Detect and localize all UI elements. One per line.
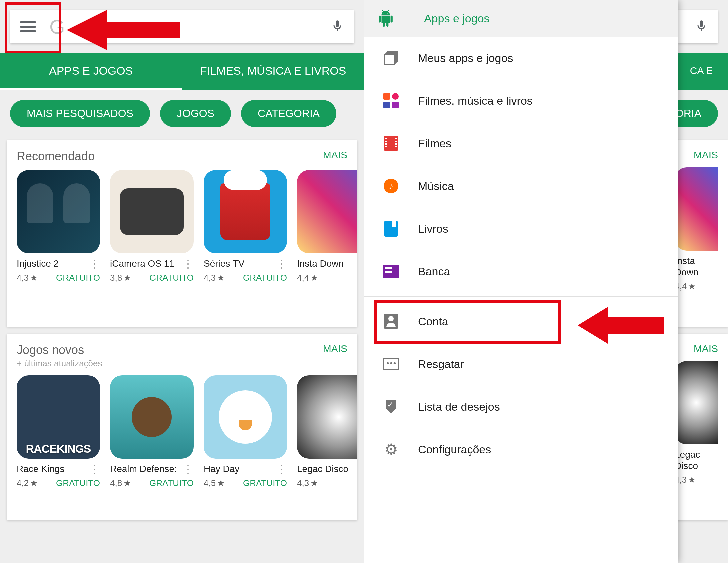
drawer-item-label: Conta [418, 315, 448, 328]
kebab-icon[interactable]: ⋮ [86, 258, 100, 269]
drawer-item-label: Lista de desejos [418, 400, 500, 413]
star-icon: ★ [688, 475, 696, 485]
tab-media[interactable]: FILMES, MÚSICA E LIVROS [182, 53, 364, 90]
app-thumbnail-icon [204, 375, 287, 459]
kebab-icon[interactable]: ⋮ [179, 258, 194, 269]
section-more-link[interactable]: MAIS [694, 149, 718, 161]
app-card[interactable]: Injustice 2⋮ 4,3★GRATUITO [17, 170, 100, 283]
app-name: iCamera OS 11 [110, 258, 174, 269]
app-name: Séries TV [204, 258, 244, 269]
nav-drawer: Apps e jogos Meus apps e jogos Filmes, m… [364, 0, 678, 563]
app-rating: 4,8★ [110, 478, 131, 488]
drawer-item-movies[interactable]: Filmes [364, 122, 678, 165]
section-more-link[interactable]: MAIS [323, 149, 347, 161]
app-thumbnail-icon: RACEKINGS [17, 375, 100, 459]
search-bar[interactable]: G [10, 10, 354, 43]
drawer-header[interactable]: Apps e jogos [364, 0, 678, 37]
app-card[interactable]: Séries TV⋮ 4,3★GRATUITO [204, 170, 287, 283]
gear-icon: ⚙ [383, 441, 399, 458]
star-icon: ★ [123, 273, 131, 283]
drawer-separator [364, 474, 678, 474]
tab-media-partial[interactable]: CA E [675, 53, 728, 90]
drawer-item-music[interactable]: ♪ Música [364, 165, 678, 207]
drawer-item-books[interactable]: Livros [364, 207, 678, 250]
newsstand-icon [383, 263, 399, 280]
app-rating: 4,4★ [675, 281, 696, 292]
kebab-icon[interactable]: ⋮ [179, 463, 194, 475]
section-more-link[interactable]: MAIS [323, 343, 347, 354]
app-card[interactable]: iCamera OS 11⋮ 3,8★GRATUITO [110, 170, 194, 283]
tiles-icon [383, 92, 399, 109]
star-icon: ★ [123, 478, 131, 488]
drawer-item-label: Filmes [418, 137, 451, 150]
app-name: Race Kings [17, 463, 64, 475]
app-name: Injustice 2 [17, 258, 59, 269]
section-more-link[interactable]: MAIS [694, 343, 718, 354]
drawer-item-redeem[interactable]: Resgatar [364, 343, 678, 385]
wishlist-icon [383, 398, 399, 415]
kebab-icon[interactable]: ⋮ [273, 463, 287, 475]
app-thumbnail-icon [110, 375, 194, 459]
tab-apps-games[interactable]: APPS E JOGOS [0, 53, 182, 90]
app-thumbnail-icon [297, 170, 357, 253]
chip-most-searched[interactable]: MAIS PESQUISADOS [10, 100, 150, 127]
section-new-games: Jogos novos + últimas atualizações MAIS … [7, 334, 357, 520]
hamburger-icon[interactable] [20, 19, 36, 35]
filter-chips: MAIS PESQUISADOS JOGOS CATEGORIA [0, 93, 364, 133]
app-name: Realm Defense: [110, 463, 177, 475]
drawer-item-my-apps[interactable]: Meus apps e jogos [364, 37, 678, 79]
drawer-item-settings[interactable]: ⚙ Configurações [364, 428, 678, 471]
chip-partial[interactable]: ATEGORIA [675, 100, 718, 127]
app-card[interactable]: Legac Disco 4,3★ [297, 375, 357, 488]
section-title: Jogos novos [17, 343, 102, 357]
chip-games[interactable]: JOGOS [160, 100, 231, 127]
app-name: Legac Disco [297, 463, 348, 475]
book-icon [383, 220, 399, 237]
google-g-icon: G [49, 15, 65, 38]
app-price: GRATUITO [149, 478, 194, 488]
star-icon: ★ [30, 478, 38, 488]
star-icon: ★ [310, 478, 318, 488]
app-price: GRATUITO [149, 273, 194, 283]
section-subtitle: + últimas atualizações [17, 358, 102, 369]
drawer-item-label: Livros [418, 222, 448, 235]
app-card[interactable]: Realm Defense:⋮ 4,8★GRATUITO [110, 375, 194, 488]
app-thumbnail-icon [110, 170, 194, 253]
app-thumbnail-icon [17, 170, 100, 253]
app-card[interactable]: Hay Day⋮ 4,5★GRATUITO [204, 375, 287, 488]
mic-icon[interactable] [695, 17, 708, 36]
app-rating: 4,3★ [204, 273, 225, 283]
stage: APPS E JOGOS FILMES, MÚSICA E LIVROS G M… [0, 0, 728, 563]
star-icon: ★ [310, 273, 318, 283]
app-thumbnail-icon [204, 170, 287, 253]
app-row: RACEKINGS Race Kings⋮ 4,2★GRATUITO Realm… [7, 372, 357, 495]
film-icon [383, 135, 399, 152]
kebab-icon[interactable]: ⋮ [273, 258, 287, 269]
mic-icon[interactable] [331, 17, 344, 36]
drawer-item-label: Música [418, 180, 454, 193]
screenshot-left: APPS E JOGOS FILMES, MÚSICA E LIVROS G M… [0, 0, 364, 563]
star-icon: ★ [217, 273, 225, 283]
drawer-item-wishlist[interactable]: Lista de desejos [364, 385, 678, 428]
app-card[interactable]: Insta Down 4,4★ [297, 170, 357, 283]
chip-categories[interactable]: CATEGORIA [241, 100, 336, 127]
drawer-item-label: Filmes, música e livros [418, 94, 533, 107]
kebab-icon[interactable]: ⋮ [86, 463, 100, 475]
drawer-item-account[interactable]: Conta [364, 300, 678, 343]
app-rating: 4,3★ [675, 475, 696, 485]
star-icon: ★ [688, 281, 696, 292]
top-tabs: APPS E JOGOS FILMES, MÚSICA E LIVROS [0, 53, 364, 90]
drawer-item-newsstand[interactable]: Banca [364, 250, 678, 293]
drawer-item-label: Banca [418, 265, 450, 278]
section-recommended: Recomendado MAIS Injustice 2⋮ 4,3★GRATUI… [7, 140, 357, 327]
app-rating: 4,4★ [297, 273, 318, 283]
app-rating: 4,3★ [297, 478, 318, 488]
section-title: Recomendado [17, 149, 95, 163]
app-price: GRATUITO [56, 478, 100, 488]
app-thumbnail-icon [297, 375, 357, 459]
app-price: GRATUITO [243, 478, 287, 488]
android-icon [377, 10, 394, 27]
app-card[interactable]: RACEKINGS Race Kings⋮ 4,2★GRATUITO [17, 375, 100, 488]
drawer-item-media[interactable]: Filmes, música e livros [364, 79, 678, 122]
app-rating: 4,2★ [17, 478, 38, 488]
